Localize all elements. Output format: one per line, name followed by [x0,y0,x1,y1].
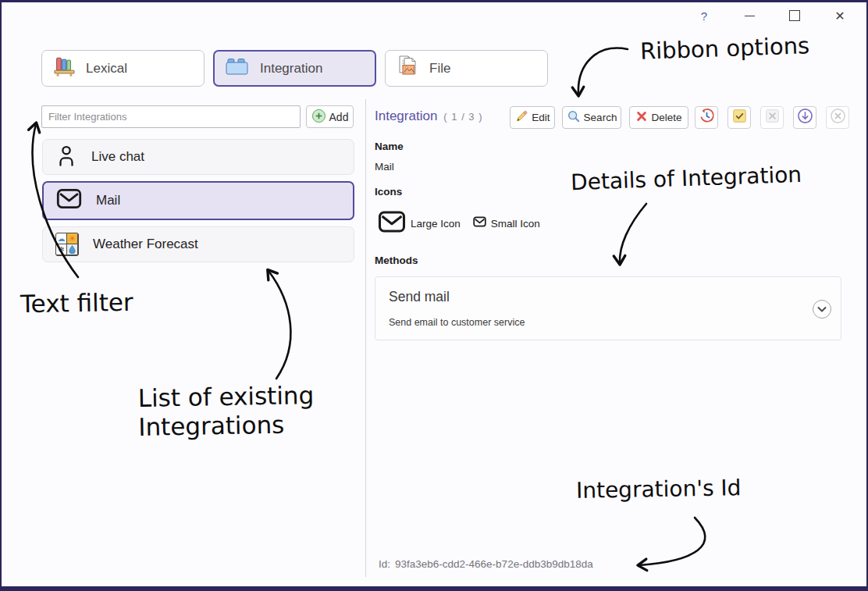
download-button[interactable] [793,106,816,129]
arrow-ribbon-options [578,48,628,94]
tab-label: Integration [260,61,322,77]
maximize-box [789,10,800,21]
checkbox-button[interactable] [727,106,751,129]
search-button-label: Search [584,112,617,123]
cancel-circle-icon [830,108,846,127]
cross-box-icon [765,109,780,126]
bookshelf-icon [52,55,76,82]
annotation-text-filter: Text filter [20,289,133,318]
annotation-integration-id: Integration's Id [576,476,742,503]
search-icon [567,109,581,126]
file-image-icon [396,55,419,82]
edit-button-label: Edit [532,112,550,123]
annotation-details-of-integration: Details of Integration [571,163,802,195]
arrow-list-of-integrations [269,271,290,379]
delete-button-label: Delete [651,112,681,123]
pencil-icon [514,109,528,126]
list-item-label: Weather Forecast [93,237,198,252]
method-description: Send email to customer service [389,317,525,328]
detail-counter: ( 1 / 3 ) [443,111,482,123]
list-item-label: Mail [96,193,120,208]
method-title: Send mail [389,289,450,305]
weather-grid-icon: ☁ ☀ ❄ [55,233,79,256]
edit-button[interactable]: Edit [510,106,555,129]
minimize-icon[interactable] [735,5,763,26]
search-button[interactable]: Search [562,106,621,129]
history-button[interactable] [695,106,718,129]
close-icon[interactable]: ✕ [826,5,854,26]
tab-integration[interactable]: Integration [213,50,376,87]
download-circle-icon [797,108,813,127]
arrow-details-of-integration [620,204,646,263]
brick-icon [225,56,250,80]
envelope-icon [56,188,82,213]
annotation-list-of-integrations: List of existing Integrations [137,381,315,441]
detail-panel-header: Integration( 1 / 3 ) [375,109,483,124]
plus-circle-icon [311,109,326,126]
list-item-live-chat[interactable]: Live chat [42,139,354,175]
delete-x-icon [635,110,648,125]
maximize-icon[interactable] [781,5,809,26]
integration-id-row: Id:93fa3eb6-cdd2-466e-b72e-ddb3b9db18da [379,558,593,570]
small-icon-label: Small Icon [491,218,540,230]
filter-integrations-input[interactable] [41,105,301,128]
snowflake-icon: ❄ [56,244,66,255]
titlebar-buttons: ? ✕ [690,5,854,26]
annotation-list-line2: Integrations [138,410,315,442]
add-button-label: Add [329,111,349,123]
small-envelope-icon [473,216,486,230]
delete-button[interactable]: Delete [629,106,688,129]
tab-label: Lexical [86,61,127,77]
expand-method-button[interactable] [812,299,832,322]
minimize-line [745,16,755,16]
checkbox-checked-icon [732,109,747,126]
detail-title: Integration [375,109,437,123]
cancel-circle-button [826,106,849,129]
add-button[interactable]: Add [306,105,354,128]
integration-list: Live chat Mail ☁ ☀ ❄ Weather Forecast [42,139,354,262]
sun-icon: ☀ [67,233,77,244]
help-icon[interactable]: ? [690,5,718,26]
chevron-down-icon [812,308,832,322]
annotation-list-line1: List of existing [137,381,314,413]
methods-field-label: Methods [375,255,418,266]
tab-file[interactable]: File [385,50,548,87]
icons-field-label: Icons [375,186,402,198]
person-icon [55,144,77,171]
name-field-label: Name [375,141,404,152]
cross-box-button [760,106,784,129]
tab-lexical[interactable]: Lexical [41,50,205,87]
icons-row: Large Icon Small Icon [378,210,540,237]
method-card-send-mail[interactable]: Send mail Send email to customer service [375,276,841,340]
list-item-weather-forecast[interactable]: ☁ ☀ ❄ Weather Forecast [42,226,354,262]
panel-divider [365,99,366,577]
list-item-mail[interactable]: Mail [42,181,354,220]
name-field-value: Mail [375,161,394,173]
app-window: ? ✕ Lexical [0,0,868,591]
list-item-label: Live chat [91,149,144,165]
annotation-ribbon-options: Ribbon options [640,34,810,64]
id-value: 93fa3eb6-cdd2-466e-b72e-ddb3b9db18da [395,558,593,570]
large-icon-label: Large Icon [411,218,461,230]
cloud-icon: ☁ [56,233,66,244]
arrow-integration-id [639,518,705,565]
large-envelope-icon [378,210,406,237]
tab-label: File [429,61,450,77]
ribbon-tabs: Lexical Integration [41,50,548,87]
history-icon [699,108,715,127]
raindrop-icon [67,244,77,255]
id-label: Id: [379,558,390,570]
